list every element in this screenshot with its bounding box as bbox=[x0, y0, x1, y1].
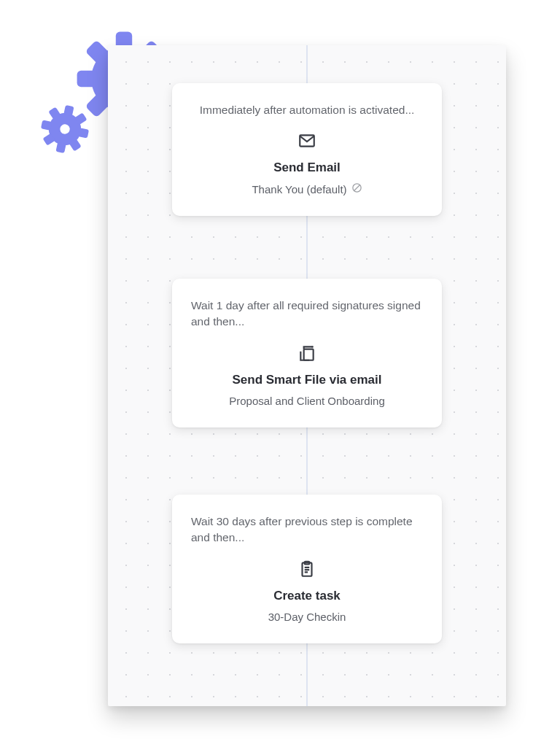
step-action-title: Send Email bbox=[191, 160, 423, 175]
step-trigger-text: Immediately after automation is activate… bbox=[191, 102, 423, 118]
step-action-title: Create task bbox=[191, 589, 423, 603]
step-detail-text: 30-Day Checkin bbox=[268, 611, 346, 623]
svg-rect-13 bbox=[41, 120, 52, 130]
step-trigger-text: Wait 1 day after all required signatures… bbox=[191, 298, 423, 330]
smart-file-icon bbox=[191, 344, 423, 363]
mail-icon bbox=[191, 131, 423, 150]
svg-rect-3 bbox=[77, 71, 98, 87]
automation-canvas[interactable]: Immediately after automation is activate… bbox=[108, 45, 506, 706]
step-action-title: Send Smart File via email bbox=[191, 373, 423, 387]
svg-rect-14 bbox=[78, 128, 89, 138]
gear-icon bbox=[33, 97, 97, 161]
automation-step-card[interactable]: Immediately after automation is activate… bbox=[172, 83, 442, 216]
step-detail-text: Proposal and Client Onboarding bbox=[229, 395, 384, 407]
clipboard-icon bbox=[191, 560, 423, 578]
empty-template-icon bbox=[351, 182, 362, 196]
step-detail-text: Thank You (default) bbox=[252, 183, 346, 196]
automation-step-card[interactable]: Wait 30 days after previous step is comp… bbox=[172, 495, 442, 643]
svg-rect-22 bbox=[304, 349, 314, 360]
step-trigger-text: Wait 30 days after previous step is comp… bbox=[191, 514, 423, 546]
svg-rect-11 bbox=[63, 105, 74, 116]
svg-rect-12 bbox=[55, 142, 66, 153]
automation-step-card[interactable]: Wait 1 day after all required signatures… bbox=[172, 279, 442, 427]
